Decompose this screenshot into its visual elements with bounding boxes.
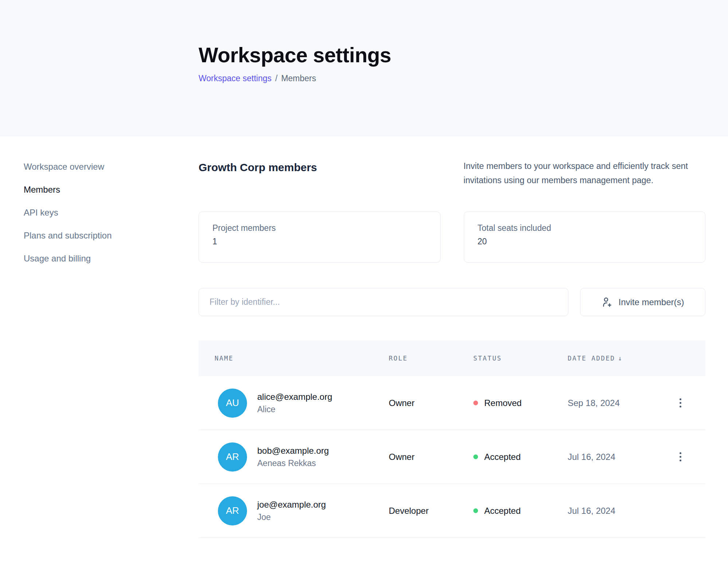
table-body: AU alice@example.org Alice Owner Removed… [199, 376, 705, 538]
stat-label: Project members [212, 223, 440, 233]
members-main: Growth Corp members Invite members to yo… [199, 137, 705, 538]
member-email: bob@example.org [257, 446, 329, 456]
column-header-name[interactable]: NAME [199, 355, 389, 362]
member-name: Aeneas Rekkas [257, 458, 329, 468]
member-status-cell: Accepted [473, 452, 568, 462]
member-email: joe@example.org [257, 500, 326, 510]
stat-value: 20 [478, 237, 705, 247]
member-role: Owner [389, 452, 473, 462]
member-date-added: Jul 16, 2024 [568, 452, 652, 462]
stat-cards: Project members 1 Total seats included 2… [199, 212, 705, 263]
kebab-icon [680, 452, 681, 454]
page-header: Workspace settings Workspace settings / … [0, 0, 728, 137]
member-date-added: Jul 16, 2024 [568, 506, 652, 516]
row-actions-cell [652, 395, 705, 410]
sidebar-item-workspace-overview[interactable]: Workspace overview [24, 161, 177, 172]
member-name: Alice [257, 405, 332, 414]
member-email: alice@example.org [257, 392, 332, 402]
avatar: AR [218, 442, 247, 472]
sidebar-item-usage-and-billing[interactable]: Usage and billing [24, 253, 177, 264]
invite-members-label: Invite member(s) [618, 297, 684, 307]
members-intro: Growth Corp members Invite members to yo… [199, 159, 705, 188]
sidebar-item-members[interactable]: Members [24, 184, 177, 195]
settings-sidebar: Workspace overviewMembersAPI keysPlans a… [24, 161, 177, 264]
table-row: AR bob@example.org Aeneas Rekkas Owner A… [199, 430, 705, 484]
breadcrumb-link[interactable]: Workspace settings [199, 74, 271, 83]
status-dot [473, 401, 478, 405]
table-row: AU alice@example.org Alice Owner Removed… [199, 376, 705, 430]
column-header-date-added[interactable]: DATE ADDED↓ [568, 355, 652, 362]
member-role: Developer [389, 506, 473, 516]
filter-input[interactable] [199, 288, 568, 316]
sort-descending-icon: ↓ [618, 355, 622, 362]
person-plus-icon [601, 296, 613, 308]
stat-value: 1 [212, 237, 440, 247]
member-status: Accepted [484, 506, 521, 516]
row-menu-button[interactable] [676, 449, 685, 464]
breadcrumb-current: Members [281, 74, 316, 83]
member-status: Removed [484, 398, 522, 408]
avatar-initials: AR [226, 505, 239, 516]
avatar-initials: AU [226, 397, 239, 409]
member-name-cell: AR bob@example.org Aeneas Rekkas [199, 442, 389, 472]
status-dot [473, 454, 478, 459]
table-row: AR joe@example.org Joe Developer Accepte… [199, 484, 705, 538]
section-description: Invite members to your workspace and eff… [463, 159, 705, 188]
section-heading: Growth Corp members [199, 161, 317, 174]
invite-members-button[interactable]: Invite member(s) [580, 288, 705, 316]
kebab-icon [680, 398, 681, 400]
member-name-cell: AR joe@example.org Joe [199, 496, 389, 525]
member-name-cell: AU alice@example.org Alice [199, 389, 389, 418]
row-actions-cell [652, 449, 705, 464]
breadcrumb-separator: / [275, 74, 277, 83]
member-status: Accepted [484, 452, 521, 462]
page-title: Workspace settings [199, 43, 728, 67]
filter-row: Invite member(s) [199, 288, 705, 316]
column-header-role[interactable]: ROLE [389, 355, 473, 362]
member-role: Owner [389, 398, 473, 408]
member-status-cell: Accepted [473, 506, 568, 516]
member-name: Joe [257, 512, 326, 522]
stat-card-total-seats: Total seats included 20 [464, 212, 706, 263]
column-header-status[interactable]: STATUS [473, 355, 568, 362]
status-dot [473, 508, 478, 513]
avatar-initials: AR [226, 451, 239, 462]
table-header-row: NAME ROLE STATUS DATE ADDED↓ [199, 340, 705, 376]
avatar: AR [218, 496, 247, 525]
breadcrumb: Workspace settings / Members [199, 74, 728, 83]
stat-label: Total seats included [478, 223, 705, 233]
stat-card-project-members: Project members 1 [199, 212, 441, 263]
avatar: AU [218, 389, 247, 418]
row-menu-button[interactable] [676, 395, 685, 410]
sidebar-item-plans-and-subscription[interactable]: Plans and subscription [24, 230, 177, 241]
member-status-cell: Removed [473, 398, 568, 408]
sidebar-item-api-keys[interactable]: API keys [24, 207, 177, 218]
members-table: NAME ROLE STATUS DATE ADDED↓ AU alice@ex… [199, 340, 705, 538]
member-date-added: Sep 18, 2024 [568, 398, 652, 408]
